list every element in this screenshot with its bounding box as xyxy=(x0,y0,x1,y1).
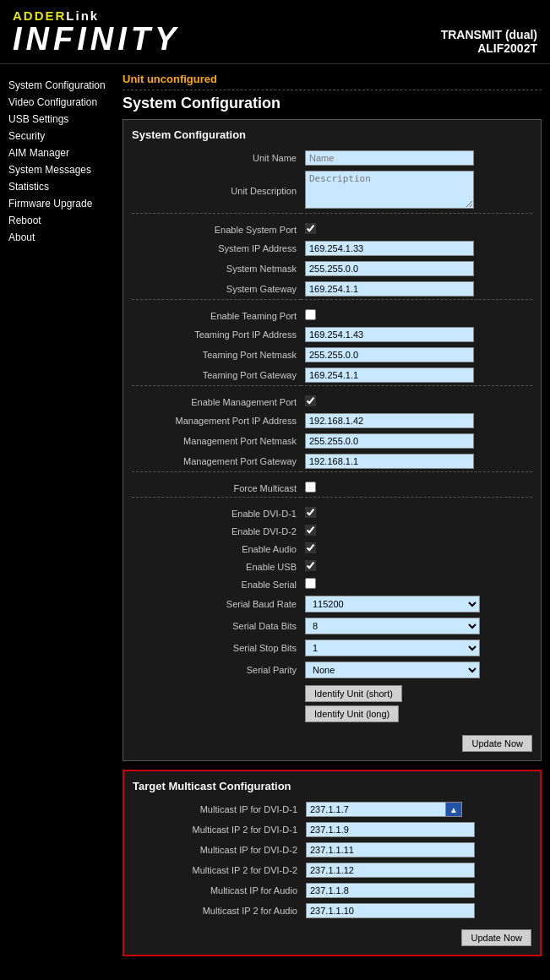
multicast-update-button[interactable]: Update Now xyxy=(461,929,531,946)
content-area: Unit unconfigured System Configuration S… xyxy=(118,64,550,973)
device-model: ALIF2002T xyxy=(441,41,537,55)
multicast-audio-2-label: Multicast IP 2 for Audio xyxy=(133,901,302,921)
system-gateway-row: System Gateway xyxy=(132,279,532,300)
force-multicast-row: Force Multicast xyxy=(132,479,532,498)
main-layout: System Configuration Video Configuration… xyxy=(0,64,550,973)
serial-baud-select[interactable]: 115200 9600 19200 38400 57600 xyxy=(305,596,480,612)
system-ip-row: System IP Address xyxy=(132,238,532,259)
multicast-panel-title: Target Multicast Configuration xyxy=(133,780,531,792)
management-gateway-input[interactable] xyxy=(305,454,474,469)
enable-teaming-checkbox[interactable] xyxy=(305,309,316,320)
multicast-dvi-d2-2-row: Multicast IP 2 for DVI-D-2 xyxy=(133,860,531,880)
enable-management-checkbox[interactable] xyxy=(305,395,316,406)
multicast-dvi-d2-2-input[interactable] xyxy=(306,863,475,878)
enable-serial-value xyxy=(301,575,532,593)
unit-description-value xyxy=(301,168,532,214)
system-netmask-input[interactable] xyxy=(305,261,474,276)
management-ip-input[interactable] xyxy=(305,413,474,428)
enable-dvi-d2-checkbox[interactable] xyxy=(305,525,316,536)
sidebar-item-video-configuration[interactable]: Video Configuration xyxy=(0,94,118,111)
multicast-dvi-d1-up-arrow[interactable]: ▲ xyxy=(445,802,462,817)
system-config-table: Unit Name Unit Description Enable Sy xyxy=(132,148,532,727)
device-name: TRANSMIT (dual) xyxy=(441,28,537,41)
multicast-dvi-d2-input[interactable] xyxy=(306,842,475,858)
identify-short-button[interactable]: Identify Unit (short) xyxy=(305,685,402,702)
unit-name-input[interactable] xyxy=(305,150,474,166)
sidebar-item-about[interactable]: About xyxy=(0,229,118,246)
multicast-audio-value xyxy=(302,880,531,901)
multicast-dvi-d1-value: ▲ xyxy=(302,799,531,819)
management-gateway-label: Management Port Gateway xyxy=(132,451,301,472)
serial-parity-row: Serial Parity None Even Odd Mark Space xyxy=(132,659,532,681)
teaming-netmask-input[interactable] xyxy=(305,347,474,362)
unit-name-label: Unit Name xyxy=(132,148,301,168)
sidebar-item-reboot[interactable]: Reboot xyxy=(0,212,118,229)
enable-teaming-value xyxy=(301,307,532,324)
sidebar-item-statistics[interactable]: Statistics xyxy=(0,178,118,195)
sidebar-item-firmware-upgrade[interactable]: Firmware Upgrade xyxy=(0,195,118,212)
multicast-audio-2-row: Multicast IP 2 for Audio xyxy=(133,901,531,921)
sidebar-item-system-messages[interactable]: System Messages xyxy=(0,161,118,178)
multicast-dvi-d1-input[interactable] xyxy=(306,802,462,817)
multicast-dvi-d1-wrap: ▲ xyxy=(306,802,462,817)
teaming-gateway-input[interactable] xyxy=(305,368,474,383)
sidebar: System Configuration Video Configuration… xyxy=(0,64,118,973)
system-netmask-row: System Netmask xyxy=(132,259,532,279)
identify-long-button[interactable]: Identify Unit (long) xyxy=(305,705,399,722)
enable-dvi-d1-checkbox[interactable] xyxy=(305,507,316,518)
multicast-dvi-d1-row: Multicast IP for DVI-D-1 ▲ xyxy=(133,799,531,819)
enable-audio-checkbox[interactable] xyxy=(305,542,316,553)
enable-system-port-checkbox[interactable] xyxy=(305,223,316,234)
management-netmask-row: Management Port Netmask xyxy=(132,431,532,451)
device-info: TRANSMIT (dual) ALIF2002T xyxy=(441,28,537,55)
management-gateway-row: Management Port Gateway xyxy=(132,451,532,472)
enable-usb-checkbox[interactable] xyxy=(305,560,316,571)
system-netmask-label: System Netmask xyxy=(132,259,301,279)
serial-baud-label: Serial Baud Rate xyxy=(132,593,301,615)
system-update-row: Update Now xyxy=(132,731,532,735)
serial-baud-row: Serial Baud Rate 115200 9600 19200 38400… xyxy=(132,593,532,615)
sidebar-item-security[interactable]: Security xyxy=(0,128,118,144)
system-gateway-input[interactable] xyxy=(305,281,474,297)
identify-buttons-row: Identify Unit (short) Identify Unit (lon… xyxy=(132,681,532,727)
teaming-ip-input[interactable] xyxy=(305,327,474,342)
system-update-button[interactable]: Update Now xyxy=(462,735,532,752)
sidebar-item-system-configuration[interactable]: System Configuration xyxy=(0,77,118,94)
enable-management-label: Enable Management Port xyxy=(132,393,301,411)
unit-description-label: Unit Description xyxy=(132,168,301,214)
multicast-dvi-d1-2-label: Multicast IP 2 for DVI-D-1 xyxy=(133,819,302,840)
system-ip-input[interactable] xyxy=(305,241,474,256)
enable-dvi-d1-row: Enable DVI-D-1 xyxy=(132,504,532,522)
multicast-audio-label: Multicast IP for Audio xyxy=(133,880,302,901)
header: ADDERLink INFINITY TRANSMIT (dual) ALIF2… xyxy=(0,0,550,64)
serial-parity-label: Serial Parity xyxy=(132,659,301,681)
multicast-dvi-d2-value xyxy=(302,840,531,860)
serial-data-select[interactable]: 8 7 6 5 xyxy=(305,618,480,634)
enable-usb-row: Enable USB xyxy=(132,558,532,575)
enable-serial-label: Enable Serial xyxy=(132,575,301,593)
serial-parity-select[interactable]: None Even Odd Mark Space xyxy=(305,662,480,678)
serial-stop-select[interactable]: 1 2 xyxy=(305,640,480,656)
system-gateway-value xyxy=(301,279,532,300)
force-multicast-checkbox[interactable] xyxy=(305,482,316,493)
serial-baud-value: 115200 9600 19200 38400 57600 xyxy=(301,593,532,615)
serial-parity-value: None Even Odd Mark Space xyxy=(301,659,532,681)
multicast-dvi-d1-2-input[interactable] xyxy=(306,822,475,837)
unit-description-input[interactable] xyxy=(305,171,474,209)
sidebar-item-usb-settings[interactable]: USB Settings xyxy=(0,111,118,128)
enable-serial-checkbox[interactable] xyxy=(305,578,316,589)
divider-2 xyxy=(132,300,532,308)
multicast-update-row: Update Now xyxy=(133,925,531,929)
management-ip-label: Management Port IP Address xyxy=(132,411,301,431)
multicast-audio-input[interactable] xyxy=(306,883,475,898)
management-netmask-input[interactable] xyxy=(305,433,474,449)
enable-audio-value xyxy=(301,540,532,558)
multicast-dvi-d1-2-row: Multicast IP 2 for DVI-D-1 xyxy=(133,819,531,840)
sidebar-item-aim-manager[interactable]: AIM Manager xyxy=(0,144,118,161)
multicast-audio-2-input[interactable] xyxy=(306,903,475,918)
enable-dvi-d2-row: Enable DVI-D-2 xyxy=(132,522,532,540)
system-ip-label: System IP Address xyxy=(132,238,301,259)
system-config-panel: System Configuration Unit Name Unit Desc… xyxy=(123,119,542,761)
divider-3 xyxy=(132,386,532,394)
enable-management-row: Enable Management Port xyxy=(132,393,532,411)
